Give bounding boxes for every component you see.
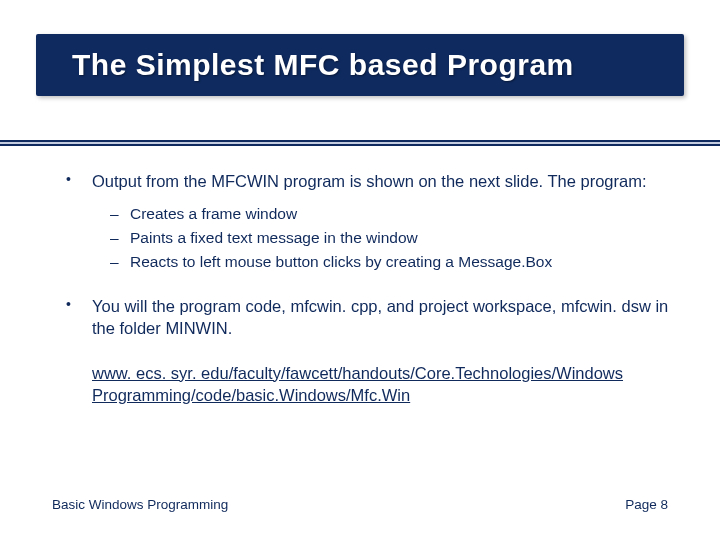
sub-bullet-item: Paints a fixed text message in the windo… bbox=[108, 228, 674, 249]
bullet-text: Output from the MFCWIN program is shown … bbox=[92, 172, 647, 190]
sub-bullet-item: Reacts to left mouse button clicks by cr… bbox=[108, 252, 674, 273]
slide-footer: Basic Windows Programming Page 8 bbox=[52, 497, 668, 512]
slide-content: Output from the MFCWIN program is shown … bbox=[64, 170, 674, 406]
footer-right: Page 8 bbox=[625, 497, 668, 512]
divider-rule bbox=[0, 138, 720, 148]
bullet-item: You will the program code, mfcwin. cpp, … bbox=[64, 295, 674, 340]
slide-title: The Simplest MFC based Program bbox=[72, 48, 664, 82]
slide: The Simplest MFC based Program Output fr… bbox=[0, 0, 720, 540]
sub-bullet-list: Creates a frame window Paints a fixed te… bbox=[108, 204, 674, 273]
sub-bullet-item: Creates a frame window bbox=[108, 204, 674, 225]
bullet-list: Output from the MFCWIN program is shown … bbox=[64, 170, 674, 340]
footer-left: Basic Windows Programming bbox=[52, 497, 228, 512]
bullet-text: You will the program code, mfcwin. cpp, … bbox=[92, 297, 668, 337]
title-band: The Simplest MFC based Program bbox=[36, 34, 684, 96]
resource-link[interactable]: www. ecs. syr. edu/faculty/fawcett/hando… bbox=[92, 362, 674, 407]
bullet-item: Output from the MFCWIN program is shown … bbox=[64, 170, 674, 273]
divider-rule-inner bbox=[0, 142, 720, 144]
